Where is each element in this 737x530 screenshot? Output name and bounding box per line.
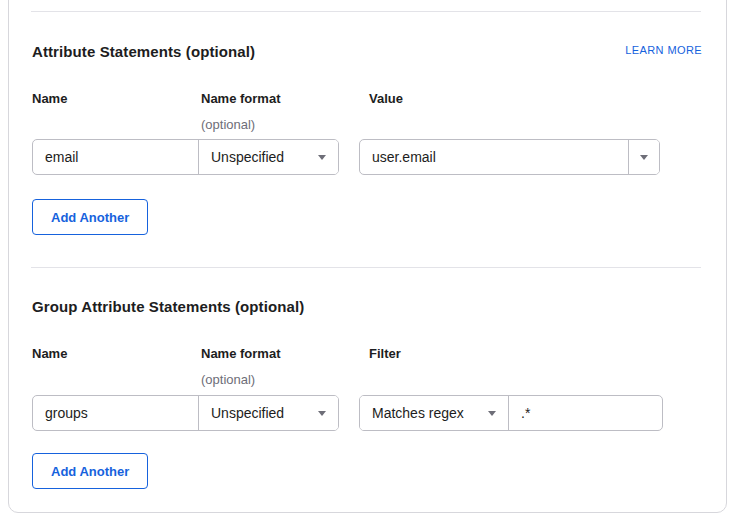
name-format-selected-value: Unspecified [211, 405, 284, 421]
value-dropdown-button[interactable] [628, 140, 659, 174]
chevron-down-icon [318, 155, 326, 160]
group-attribute-name-input[interactable] [33, 396, 198, 430]
filter-type-select[interactable]: Matches regex [360, 396, 509, 430]
value-combobox [359, 139, 660, 175]
add-another-attribute-button[interactable]: Add Another [32, 199, 148, 235]
column-header-name-format: Name format [201, 346, 280, 361]
add-another-group-attribute-button[interactable]: Add Another [32, 453, 148, 489]
column-header-name-format: Name format [201, 91, 280, 106]
attribute-name-input[interactable] [33, 140, 198, 174]
column-header-filter: Filter [369, 346, 401, 361]
chevron-down-icon [640, 155, 648, 160]
name-format-selected-value: Unspecified [211, 149, 284, 165]
page: Attribute Statements (optional) LEARN MO… [0, 0, 737, 530]
name-and-format-group: Unspecified [32, 139, 339, 175]
section-divider [31, 11, 701, 12]
learn-more-link[interactable]: LEARN MORE [625, 44, 702, 56]
chevron-down-icon [488, 411, 496, 416]
name-format-select[interactable]: Unspecified [198, 140, 338, 174]
column-header-name: Name [32, 91, 67, 106]
filter-group: Matches regex [359, 395, 663, 431]
attribute-value-input[interactable] [360, 140, 628, 174]
name-format-optional-note: (optional) [201, 117, 255, 132]
name-format-select[interactable]: Unspecified [198, 396, 338, 430]
group-attribute-statements-title: Group Attribute Statements (optional) [32, 298, 304, 315]
section-divider [31, 267, 701, 268]
filter-type-selected-value: Matches regex [372, 405, 464, 421]
name-and-format-group: Unspecified [32, 395, 339, 431]
chevron-down-icon [318, 411, 326, 416]
name-format-optional-note: (optional) [201, 372, 255, 387]
column-header-name: Name [32, 346, 67, 361]
attribute-statements-title: Attribute Statements (optional) [32, 43, 255, 60]
saml-settings-card: Attribute Statements (optional) LEARN MO… [8, 0, 727, 513]
filter-value-input[interactable] [509, 396, 662, 430]
column-header-value: Value [369, 91, 403, 106]
